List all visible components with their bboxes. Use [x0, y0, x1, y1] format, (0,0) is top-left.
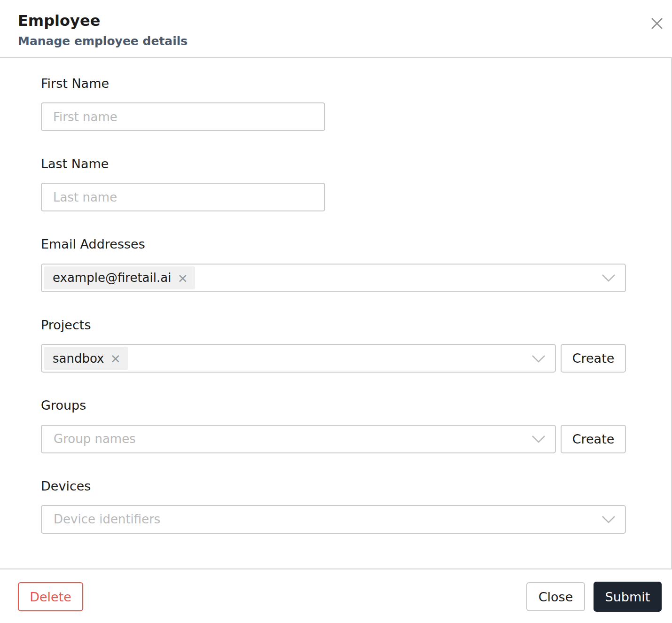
devices-label: Devices	[41, 480, 626, 493]
email-addresses-label: Email Addresses	[41, 238, 626, 251]
field-email-addresses: Email Addresses example@firetail.ai ×	[41, 238, 626, 292]
chevron-down-icon	[602, 274, 616, 282]
modal-footer: Delete Close Submit	[0, 568, 672, 623]
last-name-input[interactable]	[41, 183, 325, 211]
submit-button[interactable]: Submit	[594, 582, 662, 612]
delete-button[interactable]: Delete	[18, 582, 83, 611]
field-last-name: Last Name	[41, 157, 626, 211]
footer-actions: Close Submit	[526, 582, 662, 612]
email-addresses-select[interactable]: example@firetail.ai ×	[41, 264, 626, 292]
devices-input[interactable]	[44, 506, 598, 533]
field-groups: Groups Create	[41, 399, 626, 453]
create-group-button[interactable]: Create	[561, 425, 626, 453]
devices-select[interactable]	[41, 505, 626, 534]
close-button[interactable]: Close	[526, 582, 585, 611]
chevron-down-icon	[602, 515, 616, 523]
page-subtitle: Manage employee details	[18, 34, 654, 48]
email-tag-remove-icon[interactable]: ×	[177, 272, 188, 284]
groups-label: Groups	[41, 399, 626, 412]
field-first-name: First Name	[41, 77, 626, 131]
modal-header: Employee Manage employee details	[0, 0, 672, 58]
last-name-label: Last Name	[41, 157, 626, 171]
field-devices: Devices	[41, 480, 626, 534]
project-tag: sandbox ×	[44, 347, 128, 370]
project-tag-label: sandbox	[53, 351, 104, 366]
chevron-down-icon	[531, 435, 546, 443]
groups-input[interactable]	[44, 426, 528, 452]
modal-body: First Name Last Name Email Addresses exa…	[0, 58, 672, 568]
create-project-button[interactable]: Create	[561, 344, 626, 373]
close-icon[interactable]	[646, 12, 668, 35]
page-title: Employee	[18, 12, 654, 30]
chevron-down-icon	[531, 355, 546, 363]
groups-select[interactable]	[41, 425, 556, 453]
project-tag-remove-icon[interactable]: ×	[110, 352, 121, 365]
projects-label: Projects	[41, 319, 626, 332]
email-tag: example@firetail.ai ×	[44, 266, 195, 289]
employee-modal: Employee Manage employee details First N…	[0, 0, 672, 623]
email-tag-label: example@firetail.ai	[53, 271, 171, 285]
field-projects: Projects sandbox × Create	[41, 319, 626, 373]
first-name-input[interactable]	[41, 102, 325, 131]
first-name-label: First Name	[41, 77, 626, 90]
projects-select[interactable]: sandbox ×	[41, 344, 556, 373]
